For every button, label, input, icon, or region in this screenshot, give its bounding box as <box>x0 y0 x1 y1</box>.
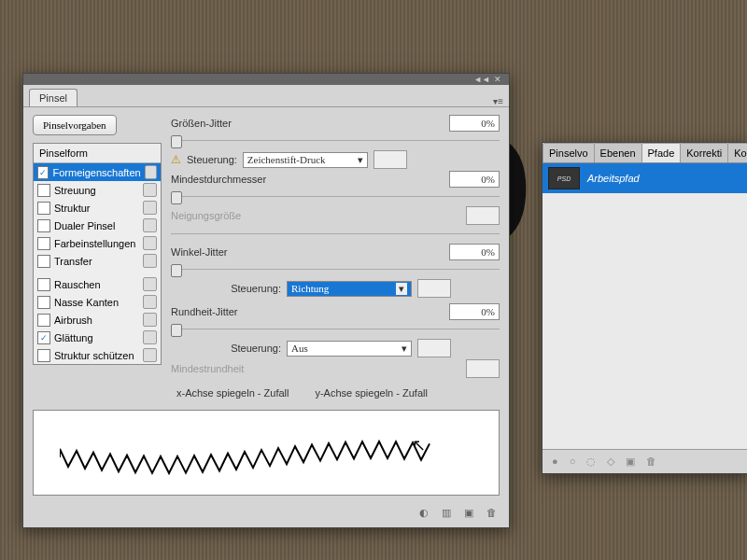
new-path-icon[interactable]: ▣ <box>626 455 635 468</box>
list-item[interactable]: Streuung <box>34 181 161 199</box>
list-item[interactable]: Dualer Pinsel <box>34 217 161 234</box>
checkbox-icon[interactable] <box>37 237 50 250</box>
close-icon[interactable]: ✕ <box>494 75 501 84</box>
path-from-selection-icon[interactable]: ◇ <box>607 455 614 468</box>
tilt-scale-value <box>466 206 500 225</box>
checkbox-icon[interactable]: ✓ <box>37 331 50 344</box>
checkbox-icon[interactable] <box>37 296 50 309</box>
fill-path-icon[interactable]: ● <box>552 455 558 468</box>
toggle-preview-icon[interactable]: ◐ <box>419 507 432 520</box>
checkbox-icon[interactable] <box>37 184 50 197</box>
lock-icon[interactable] <box>143 277 157 291</box>
tab-ebenen[interactable]: Ebenen <box>594 143 642 162</box>
stroke-path-icon[interactable]: ○ <box>570 455 576 468</box>
brush-presets-button[interactable]: Pinselvorgaben <box>33 115 117 135</box>
list-item-label: Farbeinstellungen <box>54 238 135 249</box>
lock-icon[interactable] <box>143 254 157 268</box>
list-item[interactable]: Struktur schützen <box>34 346 161 364</box>
panel-menu-icon[interactable]: ▾≡ <box>493 96 503 106</box>
control-dropdown-direction[interactable]: Richtung▾ <box>287 281 412 297</box>
list-item-label: Transfer <box>54 256 92 267</box>
paths-panel: PinselvoEbenenPfadeKorrektiKopiero PSD A… <box>542 142 747 474</box>
tab-pinsel[interactable]: Pinsel <box>29 89 78 106</box>
angle-jitter-value[interactable]: 0% <box>449 244 500 260</box>
checkbox-icon[interactable] <box>37 349 50 362</box>
lock-icon[interactable] <box>143 201 157 215</box>
checkbox-icon[interactable] <box>37 314 50 327</box>
panel-tabbar: Pinsel ▾≡ <box>23 85 509 107</box>
tab-pfade[interactable]: Pfade <box>641 143 682 162</box>
checkbox-icon[interactable]: ✓ <box>37 166 49 179</box>
lock-icon[interactable] <box>143 183 157 197</box>
checkbox-icon[interactable] <box>37 278 50 291</box>
path-thumbnail: PSD <box>548 167 580 189</box>
lock-icon[interactable] <box>143 348 157 362</box>
list-item[interactable]: ✓Glättung <box>34 329 161 346</box>
chevron-down-icon: ▾ <box>358 154 363 166</box>
min-roundness-value <box>466 359 500 378</box>
preview-swatch <box>417 279 451 298</box>
panel-titlebar[interactable]: ◄◄ ✕ <box>23 74 509 85</box>
lock-icon[interactable] <box>143 236 157 250</box>
flip-x-label: x-Achse spiegeln - Zufall <box>176 387 289 399</box>
lock-icon[interactable] <box>143 218 157 232</box>
list-item[interactable]: Farbeinstellungen <box>34 234 161 252</box>
list-item-label: Rauschen <box>54 279 101 290</box>
list-item-label: Struktur <box>54 203 91 214</box>
checkbox-icon[interactable] <box>37 219 50 232</box>
panel-footer: ◐ ▥ ▣ 🗑 <box>23 503 509 527</box>
list-item[interactable]: Rauschen <box>34 275 161 293</box>
roundness-jitter-label: Rundheit-Jitter <box>171 306 238 317</box>
list-header[interactable]: Pinselform <box>34 144 161 163</box>
angle-jitter-label: Winkel-Jitter <box>171 246 228 258</box>
list-item[interactable]: ✓Formeigenschaften <box>34 163 161 181</box>
flip-y-label: y-Achse spiegeln - Zufall <box>315 387 427 399</box>
list-item[interactable]: Nasse Kanten <box>34 293 161 311</box>
chevron-down-icon: ▾ <box>396 283 407 295</box>
checkbox-icon[interactable] <box>37 255 50 268</box>
list-item[interactable]: Airbrush <box>34 311 161 329</box>
chevron-down-icon: ▾ <box>402 343 407 355</box>
list-item[interactable]: Transfer <box>34 252 161 270</box>
collapse-icon[interactable]: ◄◄ <box>473 75 490 84</box>
control-dropdown-off[interactable]: Aus▾ <box>287 341 412 357</box>
path-item-arbeitspfad[interactable]: PSD Arbeitspfad <box>543 163 747 193</box>
control-label-2: Steuerung: <box>171 283 281 294</box>
list-item-label: Streuung <box>54 185 96 196</box>
roundness-jitter-slider[interactable] <box>171 322 500 333</box>
list-item[interactable]: Struktur <box>34 199 161 217</box>
tab-korrekti[interactable]: Korrekti <box>680 143 728 162</box>
tab-kopiero[interactable]: Kopiero <box>727 143 747 162</box>
min-roundness-label: Mindestrundheit <box>171 363 244 374</box>
min-diameter-label: Mindestdurchmesser <box>171 174 266 185</box>
size-jitter-value[interactable]: 0% <box>449 115 500 132</box>
checkbox-icon[interactable] <box>37 202 50 215</box>
path-item-label: Arbeitspfad <box>587 173 640 184</box>
min-diameter-slider[interactable] <box>171 189 500 201</box>
tab-pinselvo[interactable]: Pinselvo <box>543 143 595 162</box>
lock-icon[interactable] <box>143 330 157 344</box>
list-item-label: Formeigenschaften <box>52 167 140 178</box>
brush-panel: ◄◄ ✕ Pinsel ▾≡ Pinselvorgaben Pinselform… <box>22 73 510 528</box>
control-label: Steuerung: <box>187 154 237 165</box>
min-diameter-value[interactable]: 0% <box>449 171 500 188</box>
list-item-label: Nasse Kanten <box>54 297 119 308</box>
lock-icon[interactable] <box>145 165 157 179</box>
shape-dynamics-controls: Größen-Jitter0% ⚠Steuerung: Zeichenstift… <box>171 115 500 400</box>
roundness-jitter-value[interactable]: 0% <box>449 303 500 320</box>
cursor-icon: ↖ <box>412 435 426 455</box>
lock-icon[interactable] <box>143 313 157 327</box>
delete-path-icon[interactable]: 🗑 <box>646 455 656 468</box>
tilt-scale-slider <box>171 227 500 238</box>
paths-panel-footer: ● ○ ◌ ◇ ▣ 🗑 <box>543 449 747 473</box>
angle-jitter-slider[interactable] <box>171 262 500 273</box>
tilt-scale-label: Neigungsgröße <box>171 210 241 221</box>
load-preset-icon[interactable]: ▥ <box>442 507 455 520</box>
new-preset-icon[interactable]: ▣ <box>464 507 477 520</box>
list-item-label: Dualer Pinsel <box>54 220 115 231</box>
size-jitter-slider[interactable] <box>171 133 500 145</box>
lock-icon[interactable] <box>143 295 157 309</box>
selection-from-path-icon[interactable]: ◌ <box>586 455 596 468</box>
trash-icon[interactable]: 🗑 <box>486 507 500 520</box>
control-dropdown-pen-pressure[interactable]: Zeichenstift-Druck▾ <box>243 152 368 168</box>
